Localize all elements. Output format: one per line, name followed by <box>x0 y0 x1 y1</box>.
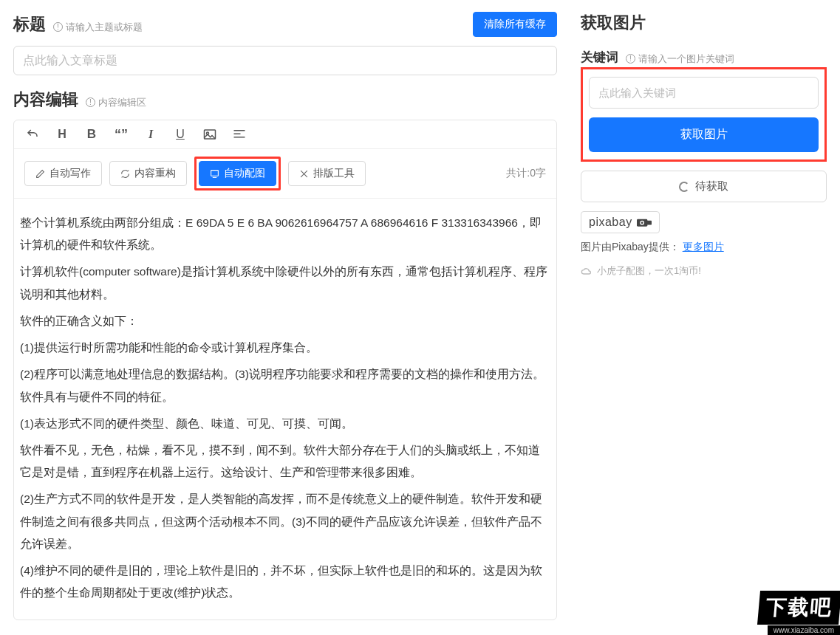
quote-icon[interactable]: “” <box>115 128 128 141</box>
title-section-header: 标题 ! 请输入主题或标题 清除所有缓存 <box>13 12 557 37</box>
svg-rect-9 <box>646 221 652 225</box>
article-title-input[interactable] <box>13 46 557 75</box>
right-panel: 获取图片 关键词 ! 请输入一个图片关键词 获取图片 待获取 pixabay 图… <box>569 0 840 635</box>
content-paragraph: 软件看不见，无色，枯燥，看不见，摸不到，闻不到。软件大部分存在于人们的头脑或纸上… <box>20 439 550 484</box>
content-paragraph: 整个计算机系统由两部分组成：E 69DA 5 E 6 BA 9062616964… <box>20 212 550 256</box>
pixabay-badge: pixabay <box>581 211 660 233</box>
format-toolbar: H B “” I U <box>14 120 556 149</box>
footer-note: 小虎子配图，一次1淘币! <box>581 264 827 278</box>
underline-icon[interactable]: U <box>174 128 187 141</box>
left-panel: 标题 ! 请输入主题或标题 清除所有缓存 内容编辑 ! 内容编辑区 H <box>0 0 569 635</box>
word-count: 共计:0字 <box>506 167 546 180</box>
refresh-icon <box>120 169 130 179</box>
pending-status: 待获取 <box>581 171 827 202</box>
content-paragraph: (2)程序可以满意地处理信息的数据结构。(3)说明程序功能要求和程序需要的文档的… <box>20 363 550 408</box>
spinner-icon <box>679 182 689 192</box>
content-paragraph: 计算机软件(computer software)是指计算机系统中除硬件以外的所有… <box>20 261 550 305</box>
content-paragraph: 软件的正确含义如下： <box>20 310 550 332</box>
content-label: 内容编辑 <box>13 89 78 111</box>
fetch-image-title: 获取图片 <box>581 12 827 34</box>
undo-icon[interactable] <box>26 128 39 141</box>
restructure-button[interactable]: 内容重构 <box>109 161 187 186</box>
content-section-header: 内容编辑 ! 内容编辑区 <box>13 89 557 111</box>
image-icon[interactable] <box>203 128 216 141</box>
cloud-icon <box>581 267 593 275</box>
pencil-icon <box>35 169 45 179</box>
content-paragraph: (2)生产方式不同的软件是开发，是人类智能的高发挥，而不是传统意义上的硬件制造。… <box>20 488 550 555</box>
action-toolbar: 自动写作 内容重构 自动配图 排版工具 <box>14 149 556 199</box>
camera-icon <box>637 217 652 227</box>
info-icon: ! <box>626 54 635 64</box>
content-paragraph: (4)维护不同的硬件是旧的，理论上软件是旧的，并不坏，但实际上软件也是旧的和坏的… <box>20 560 550 604</box>
bold-icon[interactable]: B <box>85 128 98 141</box>
keyword-highlight-box: 获取图片 <box>581 67 827 162</box>
fetch-image-button[interactable]: 获取图片 <box>589 117 819 152</box>
auto-image-highlight: 自动配图 <box>194 157 281 190</box>
content-hint: ! 内容编辑区 <box>86 96 146 109</box>
align-left-icon[interactable] <box>233 128 246 141</box>
svg-rect-5 <box>211 170 219 176</box>
more-images-link[interactable]: 更多图片 <box>683 241 724 253</box>
keyword-input[interactable] <box>589 77 819 109</box>
image-sync-icon <box>210 169 219 179</box>
auto-write-button[interactable]: 自动写作 <box>24 161 102 186</box>
svg-point-8 <box>641 222 643 224</box>
italic-icon[interactable]: I <box>144 128 157 141</box>
keyword-hint: ! 请输入一个图片关键词 <box>626 52 734 66</box>
layout-tool-button[interactable]: 排版工具 <box>288 161 366 186</box>
editor-content[interactable]: 整个计算机系统由两部分组成：E 69DA 5 E 6 BA 9062616964… <box>14 199 556 619</box>
title-hint: ! 请输入主题或标题 <box>53 21 143 34</box>
provider-text: 图片由Pixabay提供： 更多图片 <box>581 241 827 254</box>
clear-cache-button[interactable]: 清除所有缓存 <box>473 12 557 37</box>
heading-icon[interactable]: H <box>55 128 69 141</box>
auto-image-button[interactable]: 自动配图 <box>199 161 276 186</box>
info-icon: ! <box>86 97 95 107</box>
info-icon: ! <box>53 22 63 32</box>
content-paragraph: (1)表达形式不同的硬件类型、颜色、味道、可见、可摸、可闻。 <box>20 413 550 435</box>
editor-wrapper: H B “” I U 自动写作 <box>13 120 557 620</box>
keyword-label: 关键词 <box>581 49 618 66</box>
layout-icon <box>299 169 309 179</box>
content-paragraph: (1)提供运行时所需功能和性能的命令或计算机程序集合。 <box>20 337 550 359</box>
title-label: 标题 <box>13 13 46 35</box>
